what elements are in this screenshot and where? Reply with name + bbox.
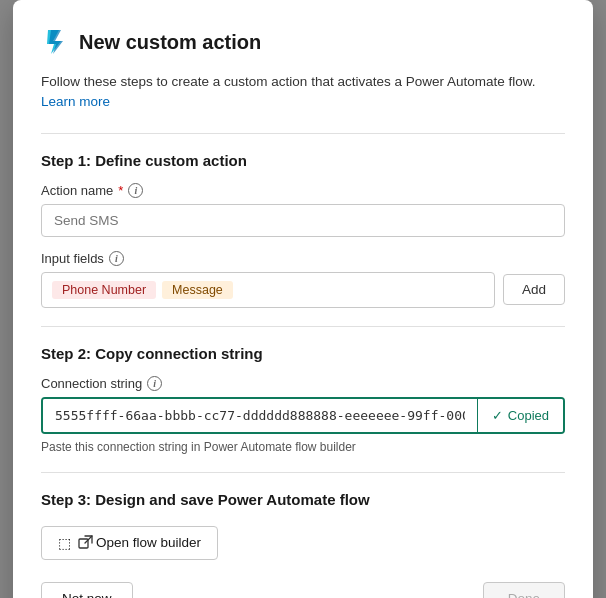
learn-more-link[interactable]: Learn more xyxy=(41,94,110,109)
modal-footer: Not now Done xyxy=(41,582,565,599)
open-in-new-icon xyxy=(78,535,93,550)
connection-string-label: Connection string i xyxy=(41,376,565,391)
connection-string-container: ✓ Copied xyxy=(41,397,565,434)
svg-rect-2 xyxy=(79,539,88,548)
step2-section: Step 2: Copy connection string Connectio… xyxy=(41,345,565,454)
input-fields-row: Phone Number Message Add xyxy=(41,272,565,308)
action-name-label: Action name * i xyxy=(41,183,565,198)
intro-text: Follow these steps to create a custom ac… xyxy=(41,72,565,113)
modal-header: New custom action xyxy=(41,28,565,56)
done-button[interactable]: Done xyxy=(483,582,565,599)
new-custom-action-modal: New custom action Follow these steps to … xyxy=(13,0,593,598)
required-marker: * xyxy=(118,183,123,198)
divider-2 xyxy=(41,326,565,327)
tag-message: Message xyxy=(162,281,233,299)
step3-title: Step 3: Design and save Power Automate f… xyxy=(41,491,565,508)
not-now-button[interactable]: Not now xyxy=(41,582,133,599)
modal-title: New custom action xyxy=(79,31,261,54)
tag-phone-number: Phone Number xyxy=(52,281,156,299)
checkmark-icon: ✓ xyxy=(492,408,503,423)
input-fields-label: Input fields i xyxy=(41,251,565,266)
step1-title: Step 1: Define custom action xyxy=(41,152,565,169)
input-fields-info-icon: i xyxy=(109,251,124,266)
connection-string-info-icon: i xyxy=(147,376,162,391)
svg-marker-1 xyxy=(49,30,63,54)
connection-string-hint: Paste this connection string in Power Au… xyxy=(41,440,565,454)
connection-string-input[interactable] xyxy=(43,399,477,432)
external-link-icon: ⬚︎ xyxy=(58,535,71,551)
step1-section: Step 1: Define custom action Action name… xyxy=(41,152,565,308)
tags-input-area[interactable]: Phone Number Message xyxy=(41,272,495,308)
action-name-input[interactable] xyxy=(41,204,565,237)
lightning-icon xyxy=(41,28,69,56)
divider-1 xyxy=(41,133,565,134)
step3-section: Step 3: Design and save Power Automate f… xyxy=(41,491,565,560)
add-field-button[interactable]: Add xyxy=(503,274,565,305)
open-flow-builder-button[interactable]: ⬚︎ Open flow builder xyxy=(41,526,218,560)
divider-3 xyxy=(41,472,565,473)
step2-title: Step 2: Copy connection string xyxy=(41,345,565,362)
copied-button[interactable]: ✓ Copied xyxy=(477,399,563,432)
action-name-info-icon: i xyxy=(128,183,143,198)
